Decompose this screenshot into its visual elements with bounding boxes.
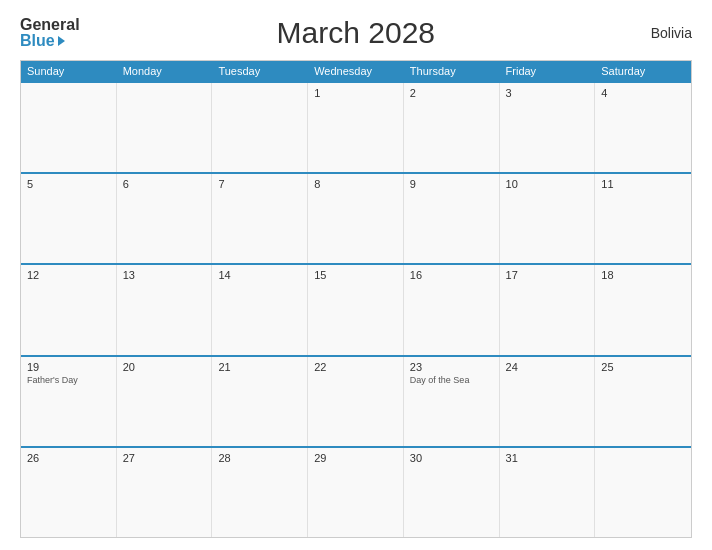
- country-label: Bolivia: [632, 25, 692, 41]
- day-number: 19: [27, 361, 110, 373]
- day-cell: 20: [117, 357, 213, 446]
- day-cell: 21: [212, 357, 308, 446]
- day-number: 30: [410, 452, 493, 464]
- day-header-sunday: Sunday: [21, 61, 117, 81]
- page-header: General Blue March 2028 Bolivia: [20, 16, 692, 50]
- day-number: 5: [27, 178, 110, 190]
- day-cell: 16: [404, 265, 500, 354]
- day-number: 22: [314, 361, 397, 373]
- day-number: 20: [123, 361, 206, 373]
- day-number: 13: [123, 269, 206, 281]
- day-number: 14: [218, 269, 301, 281]
- day-number: 12: [27, 269, 110, 281]
- day-cell: 9: [404, 174, 500, 263]
- day-number: 17: [506, 269, 589, 281]
- day-cell: 8: [308, 174, 404, 263]
- day-event: Day of the Sea: [410, 375, 493, 387]
- day-cell: 5: [21, 174, 117, 263]
- logo: General Blue: [20, 17, 80, 49]
- day-header-thursday: Thursday: [404, 61, 500, 81]
- day-number: 9: [410, 178, 493, 190]
- day-number: 26: [27, 452, 110, 464]
- day-cell: 12: [21, 265, 117, 354]
- day-cell: 18: [595, 265, 691, 354]
- day-cell: 7: [212, 174, 308, 263]
- week-row-3: 12131415161718: [21, 263, 691, 354]
- day-number: 27: [123, 452, 206, 464]
- calendar-weeks: 12345678910111213141516171819Father's Da…: [21, 81, 691, 537]
- logo-blue-text: Blue: [20, 33, 80, 49]
- day-number: 18: [601, 269, 685, 281]
- day-number: 10: [506, 178, 589, 190]
- day-cell: 11: [595, 174, 691, 263]
- day-cell: 4: [595, 83, 691, 172]
- calendar-grid: SundayMondayTuesdayWednesdayThursdayFrid…: [20, 60, 692, 538]
- day-header-wednesday: Wednesday: [308, 61, 404, 81]
- day-number: 16: [410, 269, 493, 281]
- day-number: 25: [601, 361, 685, 373]
- day-headers-row: SundayMondayTuesdayWednesdayThursdayFrid…: [21, 61, 691, 81]
- day-cell: 13: [117, 265, 213, 354]
- day-cell: 10: [500, 174, 596, 263]
- day-cell: 6: [117, 174, 213, 263]
- week-row-5: 262728293031: [21, 446, 691, 537]
- day-cell: 29: [308, 448, 404, 537]
- logo-triangle-icon: [58, 36, 65, 46]
- day-number: 23: [410, 361, 493, 373]
- day-event: Father's Day: [27, 375, 110, 387]
- week-row-2: 567891011: [21, 172, 691, 263]
- calendar-title: March 2028: [80, 16, 632, 50]
- day-number: 11: [601, 178, 685, 190]
- day-header-saturday: Saturday: [595, 61, 691, 81]
- day-number: 15: [314, 269, 397, 281]
- logo-general-text: General: [20, 17, 80, 33]
- day-cell: [212, 83, 308, 172]
- day-cell: 23Day of the Sea: [404, 357, 500, 446]
- day-number: 8: [314, 178, 397, 190]
- day-cell: [117, 83, 213, 172]
- day-number: 28: [218, 452, 301, 464]
- day-cell: 24: [500, 357, 596, 446]
- day-cell: 19Father's Day: [21, 357, 117, 446]
- day-number: 21: [218, 361, 301, 373]
- day-number: 1: [314, 87, 397, 99]
- day-number: 4: [601, 87, 685, 99]
- week-row-1: 1234: [21, 81, 691, 172]
- day-cell: 26: [21, 448, 117, 537]
- day-cell: 17: [500, 265, 596, 354]
- day-header-monday: Monday: [117, 61, 213, 81]
- day-cell: [21, 83, 117, 172]
- day-cell: 25: [595, 357, 691, 446]
- day-cell: 1: [308, 83, 404, 172]
- day-cell: 2: [404, 83, 500, 172]
- day-number: 31: [506, 452, 589, 464]
- day-number: 2: [410, 87, 493, 99]
- day-number: 29: [314, 452, 397, 464]
- day-cell: [595, 448, 691, 537]
- day-cell: 14: [212, 265, 308, 354]
- day-cell: 31: [500, 448, 596, 537]
- day-number: 3: [506, 87, 589, 99]
- day-cell: 3: [500, 83, 596, 172]
- day-number: 7: [218, 178, 301, 190]
- day-cell: 15: [308, 265, 404, 354]
- day-cell: 22: [308, 357, 404, 446]
- week-row-4: 19Father's Day20212223Day of the Sea2425: [21, 355, 691, 446]
- day-number: 24: [506, 361, 589, 373]
- day-cell: 28: [212, 448, 308, 537]
- day-header-tuesday: Tuesday: [212, 61, 308, 81]
- day-cell: 30: [404, 448, 500, 537]
- day-header-friday: Friday: [500, 61, 596, 81]
- day-number: 6: [123, 178, 206, 190]
- day-cell: 27: [117, 448, 213, 537]
